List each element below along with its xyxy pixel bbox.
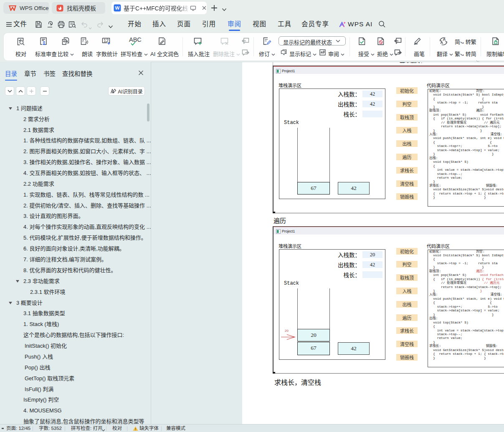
svg-text:12: 12 [104,38,109,43]
svg-text:W: W [115,5,120,10]
svg-text:A: A [443,37,446,42]
